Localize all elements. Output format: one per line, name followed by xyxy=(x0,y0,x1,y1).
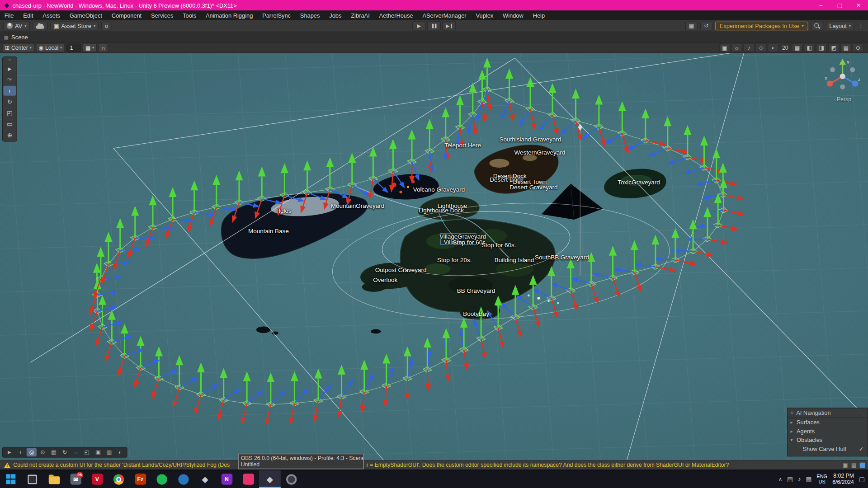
mail-icon[interactable]: ✉26 xyxy=(65,470,86,488)
console-message[interactable]: Could not create a custom UI for the sha… xyxy=(13,462,230,468)
orbit-icon[interactable]: ◎ xyxy=(27,448,37,456)
undo-history-button[interactable]: ↺ xyxy=(700,21,712,30)
ai-row-obstacles[interactable]: ▾Obstacles xyxy=(788,436,867,445)
audio-toggle-icon[interactable]: ♪ xyxy=(743,43,754,52)
menu-parrelsync[interactable]: ParrelSync xyxy=(262,12,291,19)
effects-toggle-icon[interactable]: ◇ xyxy=(755,43,766,52)
move-tool-icon[interactable]: + xyxy=(3,86,16,96)
menu-aservermanager[interactable]: AServerManager xyxy=(422,12,466,19)
grid-size-field[interactable]: 1 xyxy=(66,43,81,52)
pan-icon[interactable]: + xyxy=(15,448,25,456)
asset-store-dropdown[interactable]: ▣ Asset Store ▾ xyxy=(50,21,99,30)
menu-aetherhouse[interactable]: AetherHouse xyxy=(379,12,413,19)
minimize-button[interactable]: – xyxy=(811,2,830,8)
menu-help[interactable]: Help xyxy=(533,12,545,19)
filezilla-icon[interactable]: Fz xyxy=(130,470,151,488)
rotate-snap-icon[interactable]: ↻ xyxy=(60,448,70,456)
menu-assets[interactable]: Assets xyxy=(42,12,60,19)
console-message-tail[interactable]: r = EmptyShaderGUI'. Does the custom edi… xyxy=(367,462,729,468)
collab-status-icon[interactable] xyxy=(860,462,865,468)
spotify-icon[interactable] xyxy=(151,470,173,488)
select-tool-icon[interactable]: ► xyxy=(3,64,16,74)
checkmark-icon[interactable]: ✓ xyxy=(859,446,863,451)
multi-window-button[interactable]: ▦ xyxy=(685,21,698,30)
zoom-icon[interactable]: ⊙ xyxy=(38,448,47,456)
layers-icon[interactable]: ▤ xyxy=(840,43,851,52)
projection-toggle[interactable]: ‹Persp xyxy=(823,96,863,102)
scene-numeric-field[interactable]: 20 xyxy=(780,45,790,51)
menu-zibraai[interactable]: ZibraAI xyxy=(351,12,369,19)
move-snap-icon[interactable]: ↔ xyxy=(71,448,81,456)
clock[interactable]: 8:02 PM 6/6/2024 xyxy=(832,473,854,486)
measure-icon[interactable]: ▥ xyxy=(104,448,114,456)
search-button[interactable] xyxy=(811,21,823,30)
services-settings-button[interactable]: ¤ xyxy=(102,21,112,30)
menu-jobs[interactable]: Jobs xyxy=(329,12,341,19)
unity-editor-icon[interactable]: ◆ xyxy=(259,470,281,488)
tool-settings-dropdown[interactable]: ⊞ Center ▾ xyxy=(2,43,34,52)
app-n-icon[interactable]: N xyxy=(216,470,238,488)
ai-row-agents[interactable]: ▸Agents xyxy=(788,427,867,436)
menu-shapes[interactable]: Shapes xyxy=(300,12,320,19)
snap-toggle-button[interactable]: ∩ xyxy=(99,43,108,52)
camera-dropdown-icon[interactable]: ◩ xyxy=(828,43,839,52)
language-indicator[interactable]: ENG US xyxy=(816,474,827,484)
activity-icon[interactable]: ▤ xyxy=(851,462,857,468)
chrome-icon[interactable] xyxy=(108,470,130,488)
close-button[interactable]: ✕ xyxy=(849,2,868,8)
file-explorer-icon[interactable] xyxy=(43,470,65,488)
notifications-icon[interactable]: ▢ xyxy=(859,475,865,483)
shading-dropdown-icon[interactable]: ◧ xyxy=(804,43,815,52)
experimental-packages-dropdown[interactable]: Experimental Packages In Use ▾ xyxy=(715,21,808,30)
rect-tool-icon[interactable]: ▭ xyxy=(3,119,16,129)
menu-file[interactable]: File xyxy=(5,12,14,19)
transform-tool-icon[interactable]: ⊕ xyxy=(3,130,16,140)
menu-tools[interactable]: Tools xyxy=(183,12,196,19)
app-pink-icon[interactable] xyxy=(237,470,259,488)
visibility-toggle-icon[interactable]: ◐ xyxy=(768,43,778,52)
grid-visibility-icon[interactable]: ▦ xyxy=(792,43,802,52)
task-view-icon[interactable] xyxy=(22,470,43,488)
steam-icon[interactable] xyxy=(173,470,194,488)
pause-button[interactable] xyxy=(427,21,441,31)
ai-row-surfaces[interactable]: ▸Surfaces xyxy=(788,418,867,427)
maximize-button[interactable]: ▢ xyxy=(830,2,849,8)
scene-viewport[interactable]: Teleport HereSouthisland GraveyardWester… xyxy=(0,53,868,460)
network-icon[interactable]: ▤ xyxy=(787,475,793,483)
menu-edit[interactable]: Edit xyxy=(23,12,33,19)
grid-snapping-dropdown[interactable]: ▦ ▾ xyxy=(83,43,97,52)
volume-icon[interactable]: ♪ xyxy=(798,476,801,483)
layout-dropdown[interactable]: Layout ▾ xyxy=(826,21,854,30)
ai-row-show-carve-hull[interactable]: Show Carve Hull✓ xyxy=(788,444,867,453)
scene-canvas[interactable] xyxy=(0,53,868,460)
more-menu-button[interactable]: ⋮ xyxy=(857,21,865,30)
unity-hub-icon[interactable]: ◆ xyxy=(194,470,216,488)
menu-services[interactable]: Services xyxy=(151,12,173,19)
start-button[interactable] xyxy=(0,470,22,488)
tools-grip-icon[interactable]: ≡ xyxy=(3,57,16,63)
menu-window[interactable]: Window xyxy=(503,12,524,19)
debug-dropdown-icon[interactable]: ◨ xyxy=(816,43,827,52)
scale-snap-icon[interactable]: ◰ xyxy=(82,448,92,456)
menu-animation-rigging[interactable]: Animation Rigging xyxy=(206,12,253,19)
tab-scene[interactable]: Scene xyxy=(11,34,28,41)
obs-icon[interactable] xyxy=(281,470,302,488)
scale-tool-icon[interactable]: ◰ xyxy=(3,108,16,118)
app-v-icon[interactable]: V xyxy=(86,470,108,488)
render-debug-icon[interactable]: ▣ xyxy=(719,43,730,52)
menu-gameobject[interactable]: GameObject xyxy=(70,12,102,19)
menu-vuplex[interactable]: Vuplex xyxy=(476,12,493,19)
lighting-toggle-icon[interactable]: ☼ xyxy=(731,43,742,52)
grid-snap-icon[interactable]: ▦ xyxy=(49,448,59,456)
gizmos-search-icon[interactable]: ⊙ xyxy=(853,43,863,52)
keyboard-icon[interactable]: ▦ xyxy=(806,475,812,483)
view-hand-tool-icon[interactable]: ☞ xyxy=(3,75,16,84)
orientation-gizmo[interactable]: y x z xyxy=(823,56,863,96)
step-button[interactable]: ▶ xyxy=(442,21,456,31)
overlay-icon[interactable]: ▣ xyxy=(93,448,103,456)
play-button[interactable]: ▶ xyxy=(412,21,426,31)
cloud-button[interactable] xyxy=(33,21,47,30)
account-dropdown[interactable]: AV ▾ xyxy=(3,21,29,30)
stats-icon[interactable]: ◐ xyxy=(115,448,125,456)
ai-navigation-header[interactable]: ≡ AI Navigation xyxy=(788,408,867,418)
